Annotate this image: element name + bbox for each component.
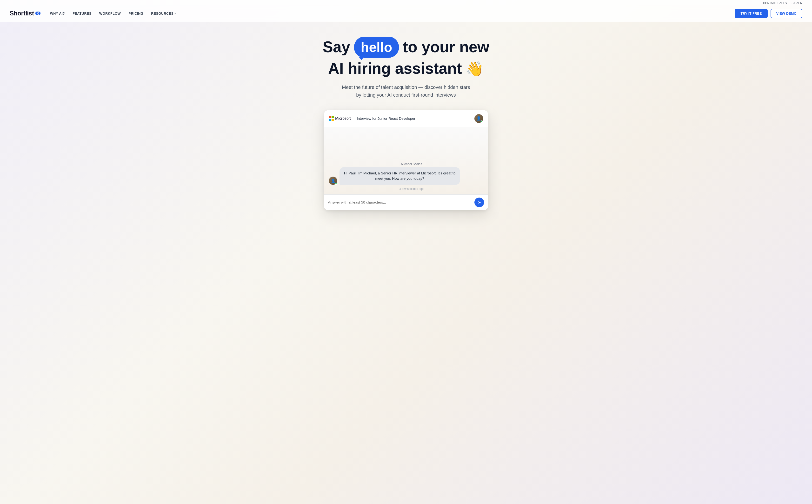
hero-subtitle-line1: Meet the future of talent acquisition — … [342, 85, 470, 90]
online-status-dot [481, 120, 483, 123]
try-free-button[interactable]: TRY IT FREE [735, 9, 768, 18]
hero-subtitle-line2: by letting your AI conduct first-round i… [356, 92, 456, 98]
chat-input[interactable] [328, 198, 472, 206]
nav-item-resources[interactable]: RESOURCES ▾ [151, 12, 176, 15]
navbar: ShortlistIQ WHY AI? FEATURES WORKFLOW PR… [0, 5, 812, 22]
wave-emoji: 👋 [466, 60, 484, 77]
nav-links: WHY AI? FEATURES WORKFLOW PRICING RESOUR… [50, 11, 176, 16]
send-button[interactable]: ➤ [474, 198, 484, 207]
chat-header-left: Microsoft Interview for Junior React Dev… [329, 116, 415, 121]
nav-item-pricing[interactable]: PRICING [128, 12, 143, 15]
hero-title-suffix: to your new [403, 38, 489, 56]
interview-title: Interview for Junior React Developer [357, 116, 415, 120]
message-avatar: 👤 [329, 177, 337, 185]
view-demo-button[interactable]: VIEW DEMO [771, 9, 802, 18]
microsoft-logo: Microsoft [329, 116, 351, 121]
hero-title-line2: AI hiring assistant 👋 [328, 60, 484, 78]
message-sender-name: Michael Scoles [340, 162, 483, 166]
chat-header: Microsoft Interview for Junior React Dev… [324, 110, 488, 127]
message-time: a few seconds ago [340, 187, 483, 191]
navbar-right: TRY IT FREE VIEW DEMO [735, 9, 802, 18]
message-bubble: Hi Paul! I'm Michael, a Senior HR interv… [339, 167, 460, 185]
chat-widget: Microsoft Interview for Junior React Dev… [324, 110, 488, 210]
logo[interactable]: ShortlistIQ [10, 10, 40, 17]
hero-title-line2-text: AI hiring assistant [328, 60, 462, 78]
navbar-left: ShortlistIQ WHY AI? FEATURES WORKFLOW PR… [10, 10, 176, 17]
microsoft-grid-icon [329, 116, 334, 121]
sign-in-link[interactable]: SIGN IN [792, 1, 802, 5]
hello-bubble: hello [354, 37, 399, 58]
chat-body: Michael Scoles 👤 Hi Paul! I'm Michael, a… [324, 127, 488, 194]
logo-badge: IQ [35, 12, 40, 15]
nav-item-workflow[interactable]: WORKFLOW [99, 12, 121, 15]
hero-title-prefix: Say [323, 38, 350, 56]
hero-subtitle: Meet the future of talent acquisition — … [342, 83, 470, 99]
hero-section: Say hello to your new AI hiring assistan… [0, 22, 812, 220]
hero-title-line1: Say hello to your new [323, 37, 489, 58]
contact-sales-link[interactable]: CONTACT SALES [763, 1, 787, 5]
chevron-down-icon: ▾ [174, 12, 176, 15]
logo-text: Shortlist [10, 10, 34, 17]
company-name: Microsoft [335, 116, 351, 121]
header-divider [354, 116, 354, 121]
send-icon: ➤ [478, 200, 481, 205]
top-links-bar: CONTACT SALES SIGN IN [0, 0, 812, 5]
nav-item-why-ai[interactable]: WHY AI? [50, 12, 65, 15]
message-online-dot [335, 183, 337, 185]
message-row: 👤 Hi Paul! I'm Michael, a Senior HR inte… [329, 167, 483, 185]
nav-item-features[interactable]: FEATURES [73, 12, 91, 15]
header-avatar: 👤 [474, 114, 483, 123]
chat-input-row: ➤ [324, 194, 488, 210]
